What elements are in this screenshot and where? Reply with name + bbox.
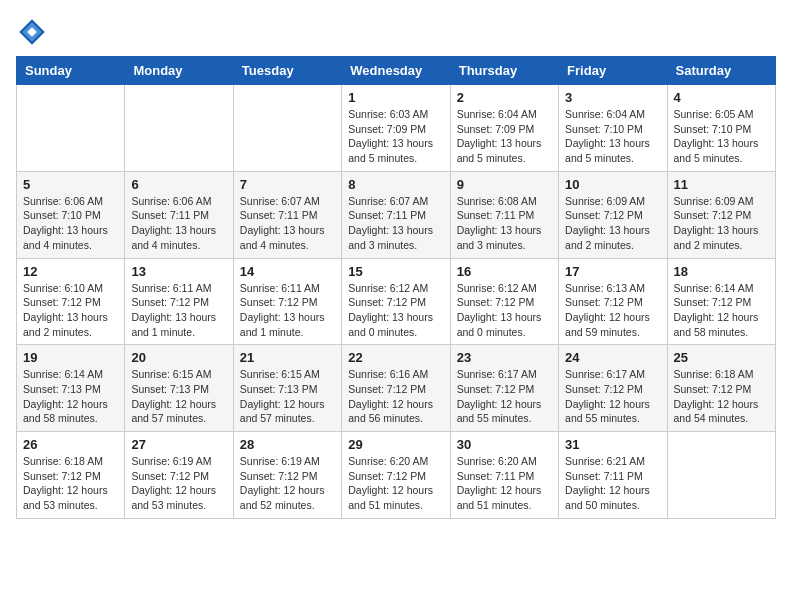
day-number: 24 [565, 350, 660, 365]
day-info: Sunrise: 6:17 AMSunset: 7:12 PMDaylight:… [565, 367, 660, 426]
day-number: 25 [674, 350, 769, 365]
weekday-header-sunday: Sunday [17, 57, 125, 85]
day-info: Sunrise: 6:13 AMSunset: 7:12 PMDaylight:… [565, 281, 660, 340]
calendar-week-row: 19Sunrise: 6:14 AMSunset: 7:13 PMDayligh… [17, 345, 776, 432]
calendar-day-cell: 1Sunrise: 6:03 AMSunset: 7:09 PMDaylight… [342, 85, 450, 172]
calendar-day-cell: 30Sunrise: 6:20 AMSunset: 7:11 PMDayligh… [450, 432, 558, 519]
calendar-day-cell: 18Sunrise: 6:14 AMSunset: 7:12 PMDayligh… [667, 258, 775, 345]
weekday-header-tuesday: Tuesday [233, 57, 341, 85]
calendar-week-row: 5Sunrise: 6:06 AMSunset: 7:10 PMDaylight… [17, 171, 776, 258]
day-info: Sunrise: 6:19 AMSunset: 7:12 PMDaylight:… [240, 454, 335, 513]
weekday-header-thursday: Thursday [450, 57, 558, 85]
calendar-header-row: SundayMondayTuesdayWednesdayThursdayFrid… [17, 57, 776, 85]
calendar-day-cell: 5Sunrise: 6:06 AMSunset: 7:10 PMDaylight… [17, 171, 125, 258]
weekday-header-wednesday: Wednesday [342, 57, 450, 85]
page-header [16, 16, 776, 48]
day-number: 14 [240, 264, 335, 279]
day-number: 22 [348, 350, 443, 365]
day-number: 13 [131, 264, 226, 279]
calendar-day-cell: 3Sunrise: 6:04 AMSunset: 7:10 PMDaylight… [559, 85, 667, 172]
day-info: Sunrise: 6:15 AMSunset: 7:13 PMDaylight:… [131, 367, 226, 426]
day-info: Sunrise: 6:18 AMSunset: 7:12 PMDaylight:… [23, 454, 118, 513]
weekday-header-saturday: Saturday [667, 57, 775, 85]
day-info: Sunrise: 6:16 AMSunset: 7:12 PMDaylight:… [348, 367, 443, 426]
calendar-day-cell: 13Sunrise: 6:11 AMSunset: 7:12 PMDayligh… [125, 258, 233, 345]
day-info: Sunrise: 6:20 AMSunset: 7:12 PMDaylight:… [348, 454, 443, 513]
calendar-empty-cell [17, 85, 125, 172]
day-number: 4 [674, 90, 769, 105]
calendar-week-row: 26Sunrise: 6:18 AMSunset: 7:12 PMDayligh… [17, 432, 776, 519]
day-number: 7 [240, 177, 335, 192]
calendar-day-cell: 24Sunrise: 6:17 AMSunset: 7:12 PMDayligh… [559, 345, 667, 432]
day-info: Sunrise: 6:05 AMSunset: 7:10 PMDaylight:… [674, 107, 769, 166]
calendar-empty-cell [233, 85, 341, 172]
calendar-day-cell: 14Sunrise: 6:11 AMSunset: 7:12 PMDayligh… [233, 258, 341, 345]
calendar-day-cell: 22Sunrise: 6:16 AMSunset: 7:12 PMDayligh… [342, 345, 450, 432]
day-number: 3 [565, 90, 660, 105]
day-info: Sunrise: 6:06 AMSunset: 7:11 PMDaylight:… [131, 194, 226, 253]
day-number: 10 [565, 177, 660, 192]
day-info: Sunrise: 6:07 AMSunset: 7:11 PMDaylight:… [240, 194, 335, 253]
day-number: 18 [674, 264, 769, 279]
calendar-day-cell: 4Sunrise: 6:05 AMSunset: 7:10 PMDaylight… [667, 85, 775, 172]
weekday-header-monday: Monday [125, 57, 233, 85]
day-info: Sunrise: 6:14 AMSunset: 7:12 PMDaylight:… [674, 281, 769, 340]
logo [16, 16, 52, 48]
day-info: Sunrise: 6:11 AMSunset: 7:12 PMDaylight:… [240, 281, 335, 340]
calendar-day-cell: 31Sunrise: 6:21 AMSunset: 7:11 PMDayligh… [559, 432, 667, 519]
day-number: 6 [131, 177, 226, 192]
calendar-day-cell: 10Sunrise: 6:09 AMSunset: 7:12 PMDayligh… [559, 171, 667, 258]
day-info: Sunrise: 6:20 AMSunset: 7:11 PMDaylight:… [457, 454, 552, 513]
day-info: Sunrise: 6:12 AMSunset: 7:12 PMDaylight:… [348, 281, 443, 340]
calendar-day-cell: 9Sunrise: 6:08 AMSunset: 7:11 PMDaylight… [450, 171, 558, 258]
calendar-day-cell: 7Sunrise: 6:07 AMSunset: 7:11 PMDaylight… [233, 171, 341, 258]
day-info: Sunrise: 6:10 AMSunset: 7:12 PMDaylight:… [23, 281, 118, 340]
calendar-day-cell: 27Sunrise: 6:19 AMSunset: 7:12 PMDayligh… [125, 432, 233, 519]
day-number: 8 [348, 177, 443, 192]
day-number: 21 [240, 350, 335, 365]
day-info: Sunrise: 6:04 AMSunset: 7:10 PMDaylight:… [565, 107, 660, 166]
calendar-day-cell: 6Sunrise: 6:06 AMSunset: 7:11 PMDaylight… [125, 171, 233, 258]
day-info: Sunrise: 6:11 AMSunset: 7:12 PMDaylight:… [131, 281, 226, 340]
calendar-table: SundayMondayTuesdayWednesdayThursdayFrid… [16, 56, 776, 519]
day-number: 12 [23, 264, 118, 279]
day-info: Sunrise: 6:09 AMSunset: 7:12 PMDaylight:… [565, 194, 660, 253]
day-info: Sunrise: 6:17 AMSunset: 7:12 PMDaylight:… [457, 367, 552, 426]
day-number: 27 [131, 437, 226, 452]
day-number: 9 [457, 177, 552, 192]
weekday-header-friday: Friday [559, 57, 667, 85]
day-number: 28 [240, 437, 335, 452]
day-number: 20 [131, 350, 226, 365]
day-number: 19 [23, 350, 118, 365]
day-number: 2 [457, 90, 552, 105]
day-number: 31 [565, 437, 660, 452]
day-info: Sunrise: 6:09 AMSunset: 7:12 PMDaylight:… [674, 194, 769, 253]
calendar-week-row: 1Sunrise: 6:03 AMSunset: 7:09 PMDaylight… [17, 85, 776, 172]
calendar-day-cell: 16Sunrise: 6:12 AMSunset: 7:12 PMDayligh… [450, 258, 558, 345]
calendar-day-cell: 26Sunrise: 6:18 AMSunset: 7:12 PMDayligh… [17, 432, 125, 519]
day-info: Sunrise: 6:15 AMSunset: 7:13 PMDaylight:… [240, 367, 335, 426]
day-number: 30 [457, 437, 552, 452]
calendar-day-cell: 8Sunrise: 6:07 AMSunset: 7:11 PMDaylight… [342, 171, 450, 258]
day-number: 16 [457, 264, 552, 279]
day-number: 26 [23, 437, 118, 452]
day-info: Sunrise: 6:18 AMSunset: 7:12 PMDaylight:… [674, 367, 769, 426]
calendar-day-cell: 20Sunrise: 6:15 AMSunset: 7:13 PMDayligh… [125, 345, 233, 432]
day-info: Sunrise: 6:12 AMSunset: 7:12 PMDaylight:… [457, 281, 552, 340]
calendar-day-cell: 19Sunrise: 6:14 AMSunset: 7:13 PMDayligh… [17, 345, 125, 432]
logo-icon [16, 16, 48, 48]
calendar-day-cell: 12Sunrise: 6:10 AMSunset: 7:12 PMDayligh… [17, 258, 125, 345]
day-info: Sunrise: 6:04 AMSunset: 7:09 PMDaylight:… [457, 107, 552, 166]
calendar-day-cell: 15Sunrise: 6:12 AMSunset: 7:12 PMDayligh… [342, 258, 450, 345]
day-info: Sunrise: 6:07 AMSunset: 7:11 PMDaylight:… [348, 194, 443, 253]
calendar-day-cell: 23Sunrise: 6:17 AMSunset: 7:12 PMDayligh… [450, 345, 558, 432]
day-info: Sunrise: 6:14 AMSunset: 7:13 PMDaylight:… [23, 367, 118, 426]
day-number: 11 [674, 177, 769, 192]
calendar-day-cell: 2Sunrise: 6:04 AMSunset: 7:09 PMDaylight… [450, 85, 558, 172]
calendar-day-cell: 11Sunrise: 6:09 AMSunset: 7:12 PMDayligh… [667, 171, 775, 258]
calendar-week-row: 12Sunrise: 6:10 AMSunset: 7:12 PMDayligh… [17, 258, 776, 345]
day-number: 29 [348, 437, 443, 452]
day-info: Sunrise: 6:08 AMSunset: 7:11 PMDaylight:… [457, 194, 552, 253]
day-info: Sunrise: 6:03 AMSunset: 7:09 PMDaylight:… [348, 107, 443, 166]
calendar-day-cell: 25Sunrise: 6:18 AMSunset: 7:12 PMDayligh… [667, 345, 775, 432]
